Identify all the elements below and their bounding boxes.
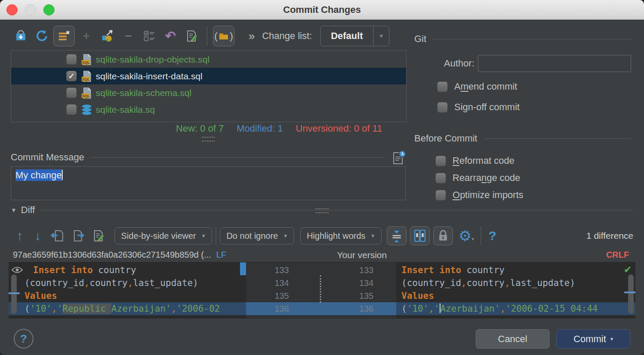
optimize-imports-checkbox[interactable] [435, 190, 446, 201]
highlight-mode-combo[interactable]: Highlight words ▼ [300, 227, 382, 244]
add-icon[interactable]: + [77, 26, 96, 46]
chevron-down-icon: ▾ [611, 336, 614, 342]
file-row[interactable]: sqlite-sakila.sq [11, 101, 406, 118]
change-list-value: Default [321, 26, 374, 46]
sql-file-icon: SQL [81, 70, 92, 82]
toolbar-separator [216, 227, 216, 244]
checkbox-list-icon[interactable] [140, 26, 159, 46]
reformat-code-option[interactable]: Reformat code [435, 155, 514, 166]
file-row[interactable]: SQL sqlite-sakila-drop-objects.sql [11, 51, 406, 68]
changelist-icon[interactable] [53, 26, 75, 46]
sql-file-icon: SQL [81, 54, 92, 66]
collapse-unchanged-icon[interactable] [387, 226, 407, 245]
git-section-header: Git [414, 33, 631, 45]
edit-file-icon[interactable] [88, 226, 109, 245]
separator-line [90, 157, 385, 158]
diff-left-editor[interactable]: Insert into country (country_id,country,… [9, 262, 246, 318]
svg-text:SQL: SQL [82, 94, 90, 98]
separator-line [483, 138, 631, 139]
help-icon[interactable]: ? [485, 226, 500, 245]
previous-difference-icon[interactable]: ↑ [11, 226, 29, 245]
changed-files-list[interactable]: SQL sqlite-sakila-drop-objects.sql ✓ SQL… [11, 50, 407, 122]
amend-commit-checkbox[interactable] [437, 81, 448, 92]
diff-toolbar: ↑ ↓ Side-by-side viewer [11, 226, 633, 246]
close-window-button[interactable] [6, 4, 18, 15]
text-caret [62, 170, 63, 180]
viewer-mode-value: Side-by-side viewer [121, 231, 196, 241]
commit-message-text: My change [15, 169, 62, 181]
commit-button[interactable]: Commit ▾ [556, 329, 630, 349]
help-button[interactable]: ? [14, 329, 33, 349]
change-list-combo[interactable]: Default ▼ [320, 26, 390, 46]
minimize-window-button[interactable] [25, 4, 36, 15]
rearrange-code-checkbox[interactable] [435, 173, 446, 184]
diff-gutter: 133133 134134 135135 136136 [246, 262, 396, 318]
amend-commit-option[interactable]: Amend commit [437, 81, 517, 92]
svg-text:SQL: SQL [82, 60, 90, 65]
disable-editing-lock-icon[interactable] [433, 226, 453, 245]
rearrange-code-option[interactable]: Rearrange code [435, 172, 520, 184]
chevron-down-icon: ▼ [371, 233, 375, 238]
file-name: sqlite-sakila-schema.sql [96, 88, 191, 98]
line-ending-badge: LF [216, 250, 226, 259]
signoff-commit-option[interactable]: Sign-off commit [437, 102, 519, 113]
file-checkbox[interactable] [66, 54, 77, 65]
right-scrollbar[interactable] [628, 274, 634, 314]
signoff-commit-checkbox[interactable] [437, 102, 448, 113]
reformat-code-checkbox[interactable] [435, 156, 446, 166]
zoom-window-button[interactable] [43, 4, 55, 15]
group-by-directory-icon[interactable]: ( ) [213, 26, 234, 46]
change-marker [240, 262, 246, 275]
left-scrollbar[interactable] [11, 274, 17, 314]
file-checkbox-checked[interactable]: ✓ [66, 71, 77, 81]
edit-source-icon[interactable] [182, 26, 201, 46]
git-section-title: Git [414, 33, 426, 45]
check-icon: ✓ [68, 72, 75, 80]
change-scroll-marker [9, 292, 20, 294]
author-label: Author: [414, 58, 474, 69]
file-row[interactable]: SQL sqlite-sakila-schema.sql [11, 84, 406, 101]
splitter-handle[interactable] [202, 137, 215, 141]
changes-summary: New: 0 of 7 Modified: 1 Unversioned: 0 o… [11, 123, 406, 134]
commit-icon[interactable] [11, 26, 30, 46]
file-name: sqlite-sakila-drop-objects.sql [96, 54, 210, 65]
changed-word: Republic [63, 304, 112, 314]
message-history-icon[interactable] [391, 150, 406, 165]
splitter-handle[interactable] [316, 208, 328, 213]
diff-section-title: Diff [21, 205, 35, 216]
gutter-splitter-handle[interactable] [320, 275, 321, 303]
file-name: sqlite-sakila-insert-data.sql [96, 71, 203, 81]
commit-message-header: Commit Message [11, 150, 406, 165]
remove-icon[interactable]: − [119, 26, 138, 46]
file-checkbox[interactable] [66, 104, 77, 115]
next-difference-icon[interactable]: ↓ [29, 226, 47, 245]
rollback-icon[interactable]: ↶ [161, 26, 180, 46]
cancel-button[interactable]: Cancel [476, 329, 550, 349]
commit-message-input[interactable]: My change [11, 166, 406, 200]
author-input[interactable] [478, 55, 631, 72]
highlight-mode-value: Highlight words [307, 231, 365, 241]
compare-next-file-icon[interactable] [67, 226, 88, 245]
diff-right-editor[interactable]: Insert into country (country_id,country,… [396, 262, 635, 318]
whitespace-ignore-combo[interactable]: Do not ignore ▼ [220, 227, 294, 244]
compare-previous-file-icon[interactable] [47, 226, 67, 245]
diff-settings-gear-icon[interactable]: ⚙ ▾ [456, 226, 477, 245]
change-scroll-marker [624, 292, 635, 293]
chevron-down-icon: ▼ [283, 233, 288, 238]
refresh-icon[interactable] [32, 26, 51, 46]
file-row-selected[interactable]: ✓ SQL sqlite-sakila-insert-data.sql [11, 68, 406, 84]
synchronize-scrolling-icon[interactable] [410, 226, 430, 245]
rearrange-code-label: Rearrange code [453, 172, 520, 184]
separator-line [39, 210, 633, 211]
collapse-triangle-icon[interactable]: ▼ [11, 207, 17, 214]
viewer-mode-combo[interactable]: Side-by-side viewer ▼ [115, 227, 212, 244]
commit-changes-dialog: Commit Changes + [0, 0, 644, 355]
before-commit-title: Before Commit [414, 133, 477, 144]
jump-to-source-icon[interactable] [98, 26, 117, 46]
chevron-down-icon[interactable]: ▼ [374, 26, 389, 46]
file-checkbox[interactable] [66, 87, 77, 98]
changes-toolbar: + − ↶ [11, 25, 389, 47]
optimize-imports-option[interactable]: Optimize imports [435, 190, 523, 201]
reformat-code-label: Reformat code [453, 155, 514, 166]
whitespace-ignore-value: Do not ignore [226, 231, 278, 241]
